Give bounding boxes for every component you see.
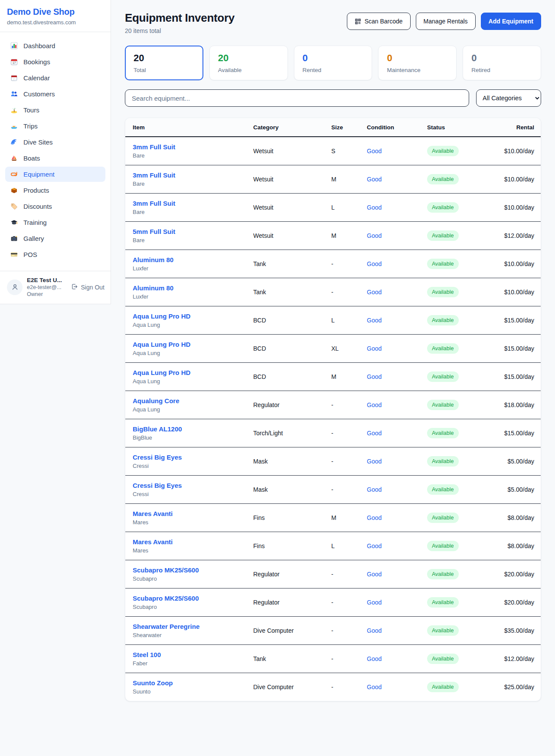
stat-card-retired[interactable]: 0 Retired bbox=[463, 46, 541, 80]
sidebar-item-dashboard[interactable]: Dashboard bbox=[5, 38, 105, 53]
item-category: BCD bbox=[253, 317, 266, 324]
item-name-link[interactable]: Suunto Zoop bbox=[133, 679, 253, 687]
sidebar-item-gallery[interactable]: Gallery bbox=[5, 231, 105, 246]
scan-barcode-button[interactable]: Scan Barcode bbox=[347, 13, 411, 30]
item-brand: Bare bbox=[133, 152, 253, 159]
sidebar-item-label: Trips bbox=[23, 122, 38, 130]
sidebar-item-label: Gallery bbox=[23, 235, 44, 242]
item-name-link[interactable]: 3mm Full Suit bbox=[133, 200, 253, 207]
item-name-link[interactable]: Aluminum 80 bbox=[133, 256, 253, 263]
condition-link[interactable]: Good bbox=[367, 486, 382, 493]
item-name-link[interactable]: 5mm Full Suit bbox=[133, 228, 253, 235]
condition-link[interactable]: Good bbox=[367, 148, 382, 154]
status-badge: Available bbox=[427, 202, 459, 213]
sidebar-item-dive-sites[interactable]: Dive Sites bbox=[5, 135, 105, 150]
sidebar-item-bookings[interactable]: 17 Bookings bbox=[5, 54, 105, 69]
item-size: - bbox=[331, 684, 333, 690]
item-size: - bbox=[331, 599, 333, 606]
item-name-link[interactable]: Shearwater Peregrine bbox=[133, 623, 253, 630]
item-name-link[interactable]: Scubapro MK25/S600 bbox=[133, 566, 253, 574]
sidebar-item-trips[interactable]: Trips bbox=[5, 118, 105, 134]
condition-link[interactable]: Good bbox=[367, 232, 382, 239]
item-category: Mask bbox=[253, 458, 268, 465]
item-name-link[interactable]: Mares Avanti bbox=[133, 510, 253, 517]
condition-link[interactable]: Good bbox=[367, 430, 382, 437]
item-brand: Aqua Lung bbox=[133, 322, 253, 328]
item-name-link[interactable]: Aluminum 80 bbox=[133, 284, 253, 292]
item-name-link[interactable]: Aqualung Core bbox=[133, 397, 253, 404]
sidebar-item-products[interactable]: Products bbox=[5, 183, 105, 198]
condition-link[interactable]: Good bbox=[367, 317, 382, 324]
item-size: S bbox=[331, 148, 335, 154]
item-name-link[interactable]: Scubapro MK25/S600 bbox=[133, 595, 253, 602]
speedboat-icon bbox=[10, 122, 18, 130]
condition-link[interactable]: Good bbox=[367, 289, 382, 296]
stat-value: 0 bbox=[471, 53, 532, 64]
item-name-link[interactable]: Cressi Big Eyes bbox=[133, 482, 253, 489]
item-size: L bbox=[331, 542, 335, 549]
sidebar-item-equipment[interactable]: Equipment bbox=[5, 167, 105, 182]
condition-link[interactable]: Good bbox=[367, 260, 382, 267]
tear-calendar-icon bbox=[10, 74, 18, 82]
brand-domain: demo.test.divestreams.com bbox=[7, 19, 104, 26]
condition-link[interactable]: Good bbox=[367, 176, 382, 183]
item-brand: Mares bbox=[133, 547, 253, 554]
condition-link[interactable]: Good bbox=[367, 571, 382, 578]
condition-link[interactable]: Good bbox=[367, 542, 382, 549]
sidebar-item-boats[interactable]: Boats bbox=[5, 151, 105, 166]
condition-link[interactable]: Good bbox=[367, 373, 382, 380]
item-brand: Cressi bbox=[133, 491, 253, 497]
stat-card-total[interactable]: 20 Total bbox=[125, 46, 203, 80]
status-badge: Available bbox=[427, 146, 459, 156]
item-category: Mask bbox=[253, 486, 268, 493]
sidebar-item-customers[interactable]: Customers bbox=[5, 86, 105, 102]
sidebar-item-training[interactable]: Training bbox=[5, 215, 105, 230]
sidebar-item-tours[interactable]: Tours bbox=[5, 102, 105, 118]
condition-link[interactable]: Good bbox=[367, 401, 382, 408]
table-header-row: Item Category Size Condition Status Rent… bbox=[125, 118, 541, 137]
condition-link[interactable]: Good bbox=[367, 204, 382, 211]
bar-chart-icon bbox=[10, 42, 18, 49]
manage-rentals-button[interactable]: Manage Rentals bbox=[416, 13, 476, 30]
condition-link[interactable]: Good bbox=[367, 627, 382, 634]
sidebar-item-calendar[interactable]: Calendar bbox=[5, 70, 105, 85]
sidebar-item-pos[interactable]: POS bbox=[5, 247, 105, 262]
user-box: E2E Test U... e2e-tester@... Owner Sign … bbox=[0, 271, 111, 304]
condition-link[interactable]: Good bbox=[367, 684, 382, 690]
stat-card-available[interactable]: 20 Available bbox=[209, 46, 288, 80]
item-name-link[interactable]: 3mm Full Suit bbox=[133, 143, 253, 151]
table-row: Steel 100 Faber Tank - Good Available $1… bbox=[125, 645, 541, 673]
stat-card-rented[interactable]: 0 Rented bbox=[294, 46, 372, 80]
sign-out-button[interactable]: Sign Out bbox=[71, 283, 104, 291]
condition-link[interactable]: Good bbox=[367, 345, 382, 352]
add-equipment-button[interactable]: Add Equipment bbox=[481, 13, 541, 30]
sidebar-item-discounts[interactable]: Discounts bbox=[5, 199, 105, 214]
column-header-condition: Condition bbox=[367, 118, 427, 137]
condition-link[interactable]: Good bbox=[367, 514, 382, 521]
user-email: e2e-tester@... bbox=[27, 284, 67, 290]
condition-link[interactable]: Good bbox=[367, 599, 382, 606]
item-name-link[interactable]: BigBlue AL1200 bbox=[133, 425, 253, 433]
condition-link[interactable]: Good bbox=[367, 458, 382, 465]
search-input[interactable] bbox=[125, 89, 469, 107]
table-row: Aqua Lung Pro HD Aqua Lung BCD L Good Av… bbox=[125, 306, 541, 335]
item-name-link[interactable]: Aqua Lung Pro HD bbox=[133, 369, 253, 376]
header-actions: Scan Barcode Manage Rentals Add Equipmen… bbox=[347, 13, 541, 30]
user-name: E2E Test U... bbox=[27, 277, 67, 283]
stat-card-maintenance[interactable]: 0 Maintenance bbox=[378, 46, 457, 80]
camera-icon bbox=[10, 235, 18, 242]
category-filter-select[interactable]: All Categories bbox=[476, 89, 541, 107]
table-body: 3mm Full Suit Bare Wetsuit S Good Availa… bbox=[125, 137, 541, 701]
item-size: - bbox=[331, 260, 333, 267]
item-rental: $20.00/day bbox=[492, 560, 541, 588]
brand-name[interactable]: Demo Dive Shop bbox=[7, 7, 104, 17]
item-name-link[interactable]: Steel 100 bbox=[133, 651, 253, 658]
item-category: Fins bbox=[253, 514, 264, 521]
item-name-link[interactable]: Cressi Big Eyes bbox=[133, 454, 253, 461]
item-name-link[interactable]: Mares Avanti bbox=[133, 538, 253, 546]
sailboat-icon bbox=[10, 154, 18, 162]
item-name-link[interactable]: 3mm Full Suit bbox=[133, 171, 253, 179]
item-name-link[interactable]: Aqua Lung Pro HD bbox=[133, 341, 253, 348]
item-name-link[interactable]: Aqua Lung Pro HD bbox=[133, 312, 253, 320]
condition-link[interactable]: Good bbox=[367, 655, 382, 662]
